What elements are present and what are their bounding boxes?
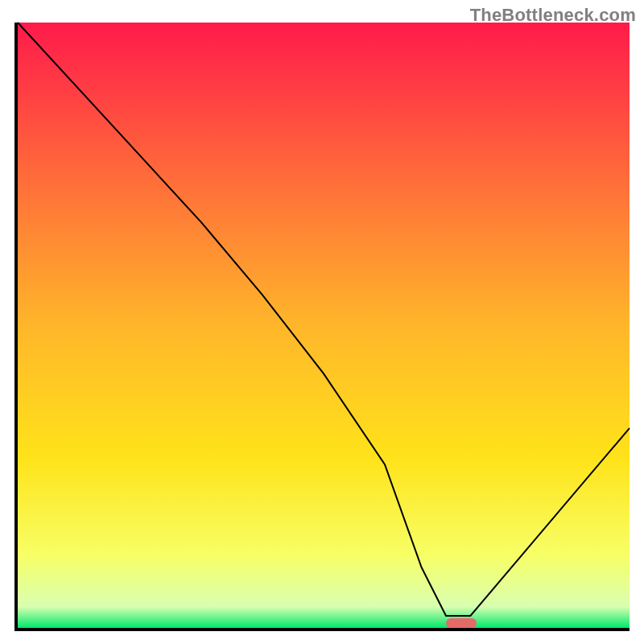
selected-range-marker bbox=[446, 618, 477, 628]
plot-svg bbox=[18, 23, 630, 628]
chart-container: TheBottleneck.com bbox=[0, 0, 644, 644]
